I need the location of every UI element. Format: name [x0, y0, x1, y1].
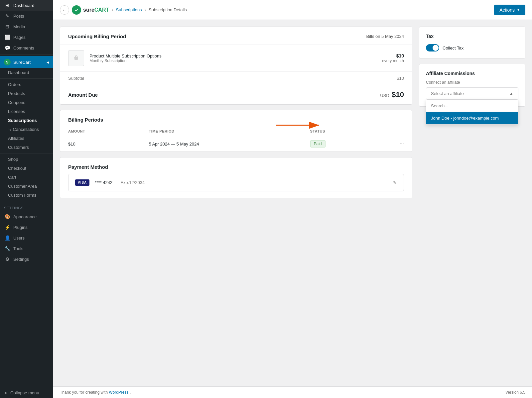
col-amount: AMOUNT: [68, 129, 149, 133]
visa-badge: VISA: [75, 179, 89, 186]
sidebar-sub-licenses[interactable]: Licenses: [0, 107, 53, 116]
footer: Thank you for creating with WordPress . …: [53, 386, 532, 398]
breadcrumb-current: Subscription Details: [149, 7, 187, 12]
sidebar-sub-shop[interactable]: Shop: [0, 155, 53, 164]
sidebar-sub-subscriptions[interactable]: Subscriptions: [0, 116, 53, 125]
status-badge: Paid: [310, 140, 326, 148]
sidebar-sub-cancellations[interactable]: ↳ Cancellations: [0, 125, 53, 134]
payment-card-row: VISA **** 4242 Exp.12/2034 ✎: [68, 174, 404, 191]
affiliate-commissions-title: Affiliate Commissions: [426, 71, 518, 76]
amount-due-value: $10: [392, 90, 404, 99]
sidebar-item-comments[interactable]: 💬 Comments: [0, 43, 53, 53]
sidebar-item-pages[interactable]: ⬜ Pages: [0, 32, 53, 43]
sidebar-item-media[interactable]: ⊟ Media: [0, 21, 53, 32]
sidebar-sub-orders[interactable]: Orders: [0, 80, 53, 89]
amount-due-row: Amount Due USD $10: [60, 85, 412, 104]
chevron-down-icon: ▼: [517, 8, 520, 12]
amount-due-value-group: USD $10: [380, 90, 404, 99]
breadcrumb-subscriptions[interactable]: Subscriptions: [116, 7, 142, 12]
affiliate-dropdown-menu: John Doe - johndoe@example.com: [426, 100, 518, 125]
sidebar-item-settings[interactable]: ⚙ Settings: [0, 254, 53, 264]
sidebar-item-surecart[interactable]: S SureCart ◀: [0, 56, 53, 68]
dashboard-icon: ⊞: [4, 3, 11, 8]
surecart-icon: S: [4, 59, 11, 65]
collapse-menu-button[interactable]: ⊲ Collapse menu: [0, 388, 53, 398]
sidebar-item-users[interactable]: 👤 Users: [0, 233, 53, 243]
settings-icon: ⚙: [4, 256, 11, 262]
tax-card: Tax Collect Tax: [419, 27, 525, 58]
row-status: Paid: [310, 140, 391, 148]
sidebar-sub-affiliates[interactable]: Affiliates: [0, 134, 53, 143]
breadcrumb-sep-2: ›: [145, 7, 146, 12]
collect-tax-toggle-row: Collect Tax: [426, 44, 518, 51]
product-row: Product Multiple Subscription Options Mo…: [60, 45, 412, 71]
product-image: [68, 50, 84, 66]
row-amount: $10: [68, 142, 149, 147]
back-button[interactable]: ←: [60, 5, 69, 15]
users-icon: 👤: [4, 235, 11, 241]
sidebar-sub-coupons[interactable]: Coupons: [0, 98, 53, 107]
sidebar-sub-custom-forms[interactable]: Custom Forms: [0, 191, 53, 200]
col-actions: [391, 129, 404, 133]
product-subscription-type: Monthly Subscription: [89, 58, 382, 63]
affiliate-option-john-doe[interactable]: John Doe - johndoe@example.com: [426, 112, 518, 124]
brand-logo: sureCART: [72, 5, 109, 15]
product-price: $10 every month: [382, 53, 404, 63]
affiliate-search-input[interactable]: [426, 100, 518, 112]
tax-section: Tax Collect Tax: [419, 27, 525, 58]
sidebar-sub-checkout[interactable]: Checkout: [0, 164, 53, 173]
sidebar-sub-customer-area[interactable]: Customer Area: [0, 182, 53, 191]
payment-method-card: Payment Method VISA **** 4242 Exp.12/203…: [60, 157, 412, 198]
select-affiliate-trigger[interactable]: Select an affiliate ▲: [426, 87, 518, 100]
billing-header: Upcoming Billing Period Bills on 5 May 2…: [60, 27, 412, 45]
billing-date: Bills on 5 May 2024: [366, 34, 404, 39]
toggle-knob: [433, 45, 439, 51]
sidebar-divider-3: [0, 153, 53, 153]
sidebar-item-plugins[interactable]: ⚡ Plugins: [0, 222, 53, 233]
tools-icon: 🔧: [4, 246, 11, 251]
edit-card-icon[interactable]: ✎: [393, 180, 397, 185]
settings-group-label: Settings: [0, 203, 53, 211]
sidebar-divider-2: [0, 78, 53, 79]
row-period: 5 Apr 2024 — 5 May 2024: [149, 142, 310, 147]
connect-affiliate-label: Connect an affiliate: [426, 80, 518, 85]
select-affiliate-dropdown: Select an affiliate ▲ John Doe - johndoe…: [426, 87, 518, 100]
sidebar-item-appearance[interactable]: 🎨 Appearance: [0, 211, 53, 222]
sidebar-sub-products[interactable]: Products: [0, 89, 53, 98]
sidebar-item-tools[interactable]: 🔧 Tools: [0, 243, 53, 254]
sidebar: ⊞ Dashboard ✎ Posts ⊟ Media ⬜ Pages 💬 Co…: [0, 0, 53, 398]
sidebar-divider-4: [0, 201, 53, 201]
pages-icon: ⬜: [4, 35, 11, 40]
subtotal-value: $10: [397, 76, 404, 81]
plugins-icon: ⚡: [4, 225, 11, 230]
amount-due-currency: USD: [380, 93, 389, 98]
collapse-icon: ⊲: [4, 390, 8, 395]
billing-title: Upcoming Billing Period: [68, 34, 126, 39]
product-price-period: every month: [382, 58, 404, 63]
row-menu-dots[interactable]: ···: [391, 141, 404, 147]
amount-due-label: Amount Due: [68, 92, 98, 98]
sidebar-sub-cart[interactable]: Cart: [0, 173, 53, 182]
sidebar-item-posts[interactable]: ✎ Posts: [0, 11, 53, 21]
sidebar-item-dashboard[interactable]: ⊞ Dashboard: [0, 0, 53, 11]
collect-tax-toggle[interactable]: [426, 44, 439, 51]
svg-point-0: [74, 8, 79, 12]
main-content: Upcoming Billing Period Bills on 5 May 2…: [60, 27, 412, 380]
actions-button[interactable]: Actions ▼: [494, 5, 525, 15]
version-text: Version 6.5: [505, 390, 525, 395]
media-icon: ⊟: [4, 24, 11, 29]
chevron-up-icon: ▲: [509, 91, 513, 96]
col-status: STATUS: [310, 129, 391, 133]
wordpress-link[interactable]: WordPress: [109, 390, 128, 395]
sidebar-sub-customers[interactable]: Customers: [0, 143, 53, 152]
breadcrumb-sep-1: ›: [112, 7, 113, 12]
table-row: $10 5 Apr 2024 — 5 May 2024 Paid ···: [60, 136, 412, 151]
card-number: **** 4242: [95, 180, 112, 185]
sidebar-sub-dashboard[interactable]: Dashboard: [0, 68, 53, 77]
product-price-main: $10: [382, 53, 404, 58]
product-info: Product Multiple Subscription Options Mo…: [89, 53, 382, 63]
footer-text: Thank you for creating with WordPress .: [60, 390, 131, 395]
breadcrumb: ← sureCART › Subscriptions › Subscriptio…: [60, 5, 187, 15]
card-expiry: Exp.12/2034: [120, 180, 145, 185]
select-affiliate-placeholder: Select an affiliate: [431, 91, 464, 96]
